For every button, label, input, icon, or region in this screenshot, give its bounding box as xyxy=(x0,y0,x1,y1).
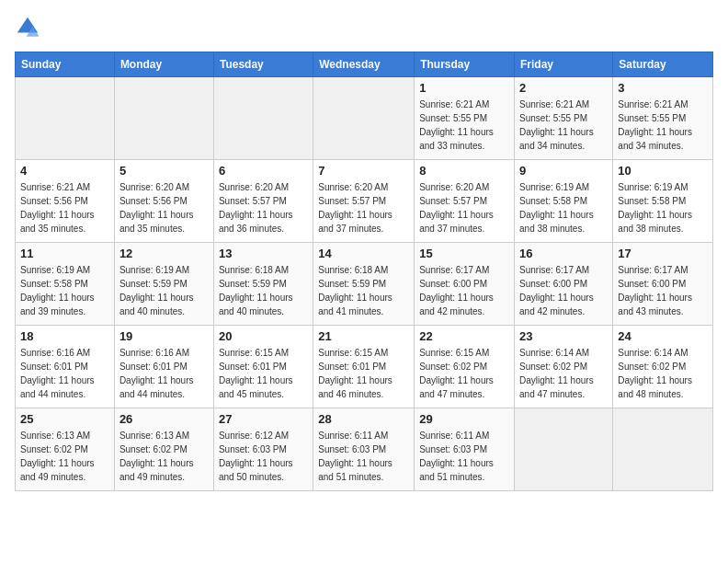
week-row-4: 18Sunrise: 6:16 AM Sunset: 6:01 PM Dayli… xyxy=(16,326,713,408)
day-cell: 6Sunrise: 6:20 AM Sunset: 5:57 PM Daylig… xyxy=(213,160,313,243)
day-number: 11 xyxy=(20,247,109,260)
day-number: 1 xyxy=(419,81,509,95)
day-info: Sunrise: 6:15 AM Sunset: 6:01 PM Dayligh… xyxy=(219,346,308,401)
day-number: 12 xyxy=(119,247,209,260)
day-cell: 8Sunrise: 6:20 AM Sunset: 5:57 PM Daylig… xyxy=(415,160,515,243)
day-info: Sunrise: 6:19 AM Sunset: 5:58 PM Dayligh… xyxy=(20,263,109,318)
day-cell: 9Sunrise: 6:19 AM Sunset: 5:58 PM Daylig… xyxy=(515,160,613,243)
day-cell: 2Sunrise: 6:21 AM Sunset: 5:55 PM Daylig… xyxy=(515,77,613,160)
day-number: 7 xyxy=(318,164,409,178)
day-number: 27 xyxy=(219,412,308,426)
day-cell: 15Sunrise: 6:17 AM Sunset: 6:00 PM Dayli… xyxy=(415,243,515,326)
day-info: Sunrise: 6:15 AM Sunset: 6:02 PM Dayligh… xyxy=(419,346,509,401)
day-cell: 3Sunrise: 6:21 AM Sunset: 5:55 PM Daylig… xyxy=(613,77,713,160)
day-info: Sunrise: 6:18 AM Sunset: 5:59 PM Dayligh… xyxy=(219,263,308,318)
header-row: SundayMondayTuesdayWednesdayThursdayFrid… xyxy=(16,52,713,77)
day-info: Sunrise: 6:17 AM Sunset: 6:00 PM Dayligh… xyxy=(618,263,708,318)
day-info: Sunrise: 6:12 AM Sunset: 6:03 PM Dayligh… xyxy=(219,429,308,484)
day-number: 25 xyxy=(20,412,109,426)
day-cell: 14Sunrise: 6:18 AM Sunset: 5:59 PM Dayli… xyxy=(313,243,415,326)
day-cell: 24Sunrise: 6:14 AM Sunset: 6:02 PM Dayli… xyxy=(613,326,713,408)
day-info: Sunrise: 6:11 AM Sunset: 6:03 PM Dayligh… xyxy=(318,429,409,484)
day-info: Sunrise: 6:20 AM Sunset: 5:56 PM Dayligh… xyxy=(119,180,209,236)
day-cell: 11Sunrise: 6:19 AM Sunset: 5:58 PM Dayli… xyxy=(16,243,115,326)
column-header-tuesday: Tuesday xyxy=(213,52,313,77)
day-number: 21 xyxy=(318,329,409,343)
day-info: Sunrise: 6:20 AM Sunset: 5:57 PM Dayligh… xyxy=(419,180,509,236)
day-info: Sunrise: 6:20 AM Sunset: 5:57 PM Dayligh… xyxy=(318,180,409,236)
day-cell: 18Sunrise: 6:16 AM Sunset: 6:01 PM Dayli… xyxy=(16,326,115,408)
header xyxy=(15,15,713,40)
day-cell xyxy=(515,408,613,491)
calendar-table: SundayMondayTuesdayWednesdayThursdayFrid… xyxy=(15,52,713,491)
day-number: 3 xyxy=(618,81,708,95)
day-cell: 1Sunrise: 6:21 AM Sunset: 5:55 PM Daylig… xyxy=(415,77,515,160)
column-header-friday: Friday xyxy=(515,52,613,77)
day-info: Sunrise: 6:11 AM Sunset: 6:03 PM Dayligh… xyxy=(419,429,509,484)
day-cell: 23Sunrise: 6:14 AM Sunset: 6:02 PM Dayli… xyxy=(515,326,613,408)
day-info: Sunrise: 6:16 AM Sunset: 6:01 PM Dayligh… xyxy=(119,346,209,401)
day-cell: 25Sunrise: 6:13 AM Sunset: 6:02 PM Dayli… xyxy=(16,408,115,491)
calendar-body: 1Sunrise: 6:21 AM Sunset: 5:55 PM Daylig… xyxy=(16,77,713,491)
day-number: 14 xyxy=(318,247,409,260)
day-info: Sunrise: 6:13 AM Sunset: 6:02 PM Dayligh… xyxy=(20,429,109,484)
day-number: 20 xyxy=(219,329,308,343)
day-info: Sunrise: 6:19 AM Sunset: 5:59 PM Dayligh… xyxy=(119,263,209,318)
day-cell: 13Sunrise: 6:18 AM Sunset: 5:59 PM Dayli… xyxy=(213,243,313,326)
day-info: Sunrise: 6:16 AM Sunset: 6:01 PM Dayligh… xyxy=(20,346,109,401)
day-number: 15 xyxy=(419,247,509,260)
day-cell: 20Sunrise: 6:15 AM Sunset: 6:01 PM Dayli… xyxy=(213,326,313,408)
week-row-5: 25Sunrise: 6:13 AM Sunset: 6:02 PM Dayli… xyxy=(16,408,713,491)
column-header-saturday: Saturday xyxy=(613,52,713,77)
column-header-monday: Monday xyxy=(114,52,213,77)
day-info: Sunrise: 6:20 AM Sunset: 5:57 PM Dayligh… xyxy=(219,180,308,236)
day-number: 28 xyxy=(318,412,409,426)
day-cell: 16Sunrise: 6:17 AM Sunset: 6:00 PM Dayli… xyxy=(515,243,613,326)
day-number: 29 xyxy=(419,412,509,426)
day-number: 9 xyxy=(519,164,608,178)
column-header-sunday: Sunday xyxy=(16,52,115,77)
day-cell xyxy=(613,408,713,491)
day-info: Sunrise: 6:21 AM Sunset: 5:56 PM Dayligh… xyxy=(20,180,109,236)
day-number: 8 xyxy=(419,164,509,178)
day-number: 16 xyxy=(519,247,608,260)
day-number: 4 xyxy=(20,164,109,178)
day-cell xyxy=(114,77,213,160)
column-header-wednesday: Wednesday xyxy=(313,52,415,77)
day-number: 23 xyxy=(519,329,608,343)
day-number: 6 xyxy=(219,164,308,178)
day-cell: 29Sunrise: 6:11 AM Sunset: 6:03 PM Dayli… xyxy=(415,408,515,491)
day-info: Sunrise: 6:17 AM Sunset: 6:00 PM Dayligh… xyxy=(519,263,608,318)
day-info: Sunrise: 6:21 AM Sunset: 5:55 PM Dayligh… xyxy=(618,98,708,153)
day-number: 17 xyxy=(618,247,708,260)
day-info: Sunrise: 6:21 AM Sunset: 5:55 PM Dayligh… xyxy=(419,98,509,153)
day-number: 18 xyxy=(20,329,109,343)
day-number: 2 xyxy=(519,81,608,95)
column-header-thursday: Thursday xyxy=(415,52,515,77)
day-number: 24 xyxy=(618,329,708,343)
week-row-1: 1Sunrise: 6:21 AM Sunset: 5:55 PM Daylig… xyxy=(16,77,713,160)
day-cell: 27Sunrise: 6:12 AM Sunset: 6:03 PM Dayli… xyxy=(213,408,313,491)
day-cell: 10Sunrise: 6:19 AM Sunset: 5:58 PM Dayli… xyxy=(613,160,713,243)
day-info: Sunrise: 6:13 AM Sunset: 6:02 PM Dayligh… xyxy=(119,429,209,484)
logo-icon xyxy=(15,15,40,40)
day-info: Sunrise: 6:21 AM Sunset: 5:55 PM Dayligh… xyxy=(519,98,608,153)
day-number: 19 xyxy=(119,329,209,343)
day-cell xyxy=(213,77,313,160)
calendar-header: SundayMondayTuesdayWednesdayThursdayFrid… xyxy=(16,52,713,77)
day-number: 10 xyxy=(618,164,708,178)
day-info: Sunrise: 6:14 AM Sunset: 6:02 PM Dayligh… xyxy=(519,346,608,401)
week-row-2: 4Sunrise: 6:21 AM Sunset: 5:56 PM Daylig… xyxy=(16,160,713,243)
day-number: 22 xyxy=(419,329,509,343)
day-cell: 21Sunrise: 6:15 AM Sunset: 6:01 PM Dayli… xyxy=(313,326,415,408)
day-cell: 4Sunrise: 6:21 AM Sunset: 5:56 PM Daylig… xyxy=(16,160,115,243)
day-cell xyxy=(313,77,415,160)
day-cell: 7Sunrise: 6:20 AM Sunset: 5:57 PM Daylig… xyxy=(313,160,415,243)
day-number: 26 xyxy=(119,412,209,426)
week-row-3: 11Sunrise: 6:19 AM Sunset: 5:58 PM Dayli… xyxy=(16,243,713,326)
day-cell xyxy=(16,77,115,160)
day-info: Sunrise: 6:18 AM Sunset: 5:59 PM Dayligh… xyxy=(318,263,409,318)
logo xyxy=(15,15,44,40)
day-cell: 5Sunrise: 6:20 AM Sunset: 5:56 PM Daylig… xyxy=(114,160,213,243)
day-cell: 26Sunrise: 6:13 AM Sunset: 6:02 PM Dayli… xyxy=(114,408,213,491)
